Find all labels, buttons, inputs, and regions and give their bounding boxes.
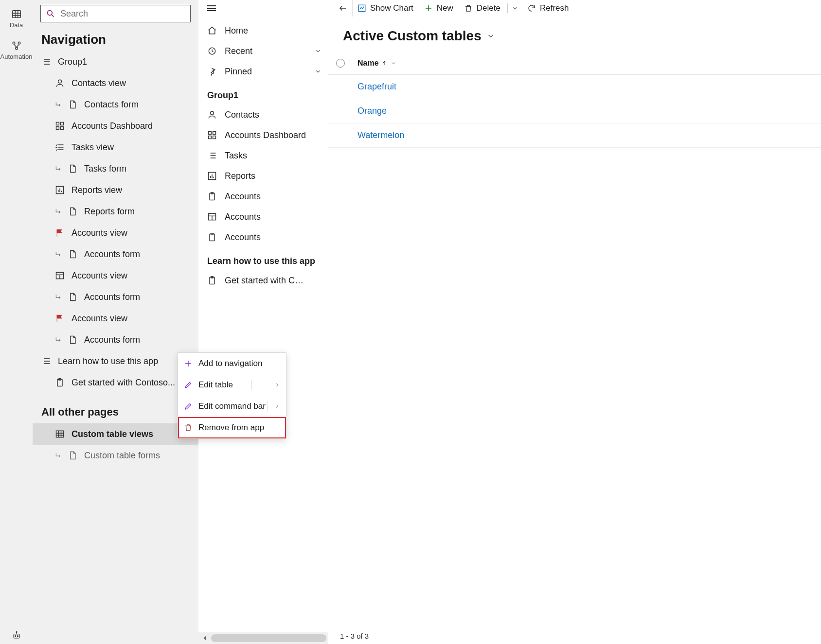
nav-tasks-view[interactable]: Tasks view [33, 137, 198, 158]
nav-accounts-form-3[interactable]: Accounts form [33, 329, 198, 350]
nav-accounts-view-2[interactable]: Accounts view [33, 265, 198, 286]
svg-point-6 [18, 42, 20, 44]
navigation-panel: Navigation Group1 Contacts view Contacts… [33, 0, 198, 644]
column-header-name[interactable]: Name [357, 59, 396, 68]
table-row[interactable]: Orange [328, 99, 821, 123]
chart-icon [207, 171, 217, 181]
nav-learn-group[interactable]: Learn how to use this app [33, 350, 198, 372]
mid-pinned[interactable]: Pinned [198, 61, 328, 82]
document-icon [68, 451, 77, 460]
table-icon [55, 429, 65, 439]
mid-reports[interactable]: Reports [198, 166, 328, 186]
svg-line-14 [52, 15, 54, 17]
show-chart-button[interactable]: Show Chart [357, 3, 413, 13]
refresh-icon [527, 4, 536, 13]
sub-arrow-icon [55, 452, 62, 459]
chevron-down-icon [315, 48, 321, 54]
nav-accounts-view-3[interactable]: Accounts view [33, 308, 198, 329]
plus-icon [184, 359, 193, 368]
main-content: Show Chart New Delete Refresh Active Cus… [328, 0, 821, 644]
mid-get-started[interactable]: Get started with Con... [198, 270, 328, 291]
nav-reports-view[interactable]: Reports view [33, 179, 198, 201]
context-menu: Add to navigation Edit table Edit comman… [178, 352, 286, 439]
refresh-button[interactable]: Refresh [527, 3, 569, 13]
nav-accounts-form-1[interactable]: Accounts form [33, 244, 198, 265]
sub-arrow-icon [55, 165, 62, 172]
person-icon [207, 110, 217, 120]
scroll-left-icon[interactable] [200, 634, 209, 643]
nav-get-started[interactable]: Get started with Contoso... [33, 372, 198, 393]
search-input[interactable] [60, 9, 185, 19]
nav-accounts-form-2[interactable]: Accounts form [33, 286, 198, 308]
nav-group1[interactable]: Group1 [33, 51, 198, 72]
nav-accounts-view-1[interactable]: Accounts view [33, 222, 198, 244]
nav-custom-views[interactable]: Custom table views [33, 423, 198, 445]
svg-point-7 [15, 47, 18, 50]
clipboard-icon [55, 378, 65, 387]
table-row[interactable]: Watermelon [328, 123, 821, 148]
ctx-edit-table[interactable]: Edit table [178, 374, 286, 396]
rail-data[interactable]: Data [0, 4, 33, 35]
table-row[interactable]: Grapefruit [328, 75, 821, 99]
ctx-edit-command-bar[interactable]: Edit command bar [178, 396, 286, 417]
svg-point-50 [211, 111, 214, 115]
layout-icon [55, 271, 65, 280]
plus-icon [424, 4, 433, 13]
chevron-down-icon[interactable] [486, 32, 495, 40]
list-icon [41, 356, 51, 366]
grid-footer: 1 - 3 of 3 [328, 627, 821, 644]
record-link[interactable]: Watermelon [357, 130, 404, 140]
grid-header: Name [328, 52, 821, 75]
nav-custom-forms[interactable]: Custom table forms [33, 445, 198, 466]
hamburger-button[interactable] [207, 5, 216, 11]
scrollbar-thumb[interactable] [211, 634, 326, 642]
select-all-checkbox[interactable] [336, 59, 345, 68]
document-icon [68, 207, 77, 216]
svg-rect-23 [61, 122, 64, 125]
trash-icon [464, 4, 473, 13]
mid-tasks[interactable]: Tasks [198, 145, 328, 166]
home-icon [207, 26, 217, 35]
back-button[interactable] [339, 4, 347, 13]
record-link[interactable]: Orange [357, 106, 387, 116]
view-title[interactable]: Active Custom tables [343, 28, 482, 44]
mid-accounts-3[interactable]: Accounts [198, 227, 328, 247]
nav-contacts-form[interactable]: Contacts form [33, 94, 198, 115]
horizontal-scrollbar[interactable] [198, 632, 328, 644]
rail-automation[interactable]: Automation [0, 35, 33, 67]
chevron-down-icon[interactable] [391, 60, 396, 66]
delete-button[interactable]: Delete [464, 3, 500, 13]
navigation-title: Navigation [33, 25, 198, 51]
ctx-remove-from-app[interactable]: Remove from app [178, 417, 286, 438]
list-icon [41, 57, 51, 67]
nav-contacts-view[interactable]: Contacts view [33, 72, 198, 94]
bot-icon [12, 630, 21, 640]
mid-group1: Group1 [198, 82, 328, 104]
svg-marker-71 [204, 636, 206, 640]
mid-contacts[interactable]: Contacts [198, 104, 328, 125]
sub-arrow-icon [55, 336, 62, 343]
trash-icon [184, 423, 193, 432]
ctx-add-to-navigation[interactable]: Add to navigation [178, 353, 286, 374]
nav-accounts-dashboard[interactable]: Accounts Dashboard [33, 115, 198, 137]
search-box[interactable] [40, 5, 191, 22]
dashboard-icon [55, 121, 65, 131]
rail-bot-icon[interactable] [0, 630, 33, 640]
delete-split-chevron[interactable] [512, 5, 518, 12]
mid-recent[interactable]: Recent [198, 41, 328, 61]
nav-tasks-form[interactable]: Tasks form [33, 158, 198, 179]
svg-rect-24 [56, 127, 59, 130]
mid-accounts-2[interactable]: Accounts [198, 207, 328, 227]
nav-reports-form[interactable]: Reports form [33, 201, 198, 222]
new-button[interactable]: New [424, 3, 453, 13]
svg-rect-53 [209, 136, 212, 139]
document-icon [68, 292, 77, 302]
record-link[interactable]: Grapefruit [357, 82, 396, 92]
sort-ascending-icon [382, 60, 388, 66]
mid-home[interactable]: Home [198, 20, 328, 41]
sub-arrow-icon [55, 208, 62, 215]
all-other-pages-title: All other pages [33, 393, 198, 423]
mid-accounts-dashboard[interactable]: Accounts Dashboard [198, 125, 328, 145]
layout-icon [207, 212, 217, 222]
mid-accounts-1[interactable]: Accounts [198, 186, 328, 207]
